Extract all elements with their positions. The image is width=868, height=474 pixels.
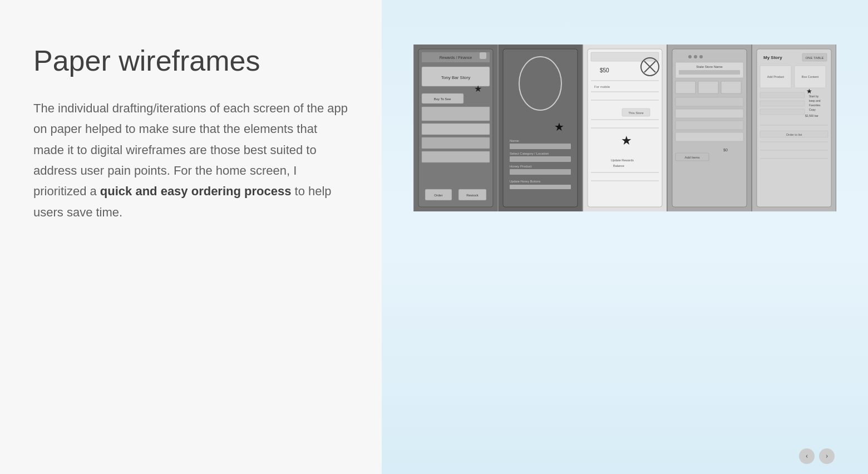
wireframe-image-5: My Story ONE TABLE Add Product Box Conte… [752,45,836,211]
svg-text:For mobile: For mobile [594,85,610,88]
svg-text:keep and: keep and [809,99,821,102]
svg-point-54 [699,55,703,58]
svg-text:★: ★ [474,84,482,93]
svg-rect-60 [721,81,741,93]
svg-rect-59 [698,81,718,93]
svg-rect-57 [679,70,740,75]
svg-rect-27 [510,169,571,175]
svg-text:Update Honey Buttons: Update Honey Buttons [510,180,541,183]
body-text-bold: quick and easy ordering process [100,184,292,198]
svg-rect-63 [675,121,743,130]
svg-text:$50: $50 [600,67,609,73]
right-panel: Rewards / Finance Tony Bar Story ★ Buy T… [382,0,868,474]
wireframes-container: Rewards / Finance Tony Bar Story ★ Buy T… [413,45,836,211]
svg-text:Add Product: Add Product [767,75,785,78]
svg-text:Rewards / Finance: Rewards / Finance [440,56,472,60]
svg-text:Balance: Balance [613,164,624,167]
svg-point-52 [688,55,692,58]
prev-button[interactable]: ‹ [799,448,815,464]
svg-rect-19 [503,49,578,207]
svg-text:Name:: Name: [510,139,520,142]
page-container: Paper wireframes The individual drafting… [0,0,868,474]
svg-text:Add Items: Add Items [685,156,700,159]
svg-point-53 [694,55,697,58]
svg-rect-10 [422,107,490,121]
svg-text:Select Category / Location: Select Category / Location [510,152,549,155]
svg-text:Restock: Restock [466,194,479,197]
next-button[interactable]: › [819,448,835,464]
svg-text:Stale Store Name: Stale Store Name [697,65,723,68]
svg-rect-32 [591,52,659,61]
svg-text:Buy To See: Buy To See [434,97,451,101]
svg-text:Box Content: Box Content [802,75,819,78]
svg-rect-78 [760,101,805,106]
svg-rect-4 [480,52,486,59]
svg-text:Honey Product: Honey Product [510,165,532,168]
svg-rect-29 [510,185,571,189]
svg-text:Tony Bar Story: Tony Bar Story [441,75,470,80]
svg-rect-11 [422,124,490,135]
left-panel: Paper wireframes The individual drafting… [0,0,382,474]
svg-text:★: ★ [554,121,564,133]
svg-text:Copy: Copy [809,108,816,111]
svg-text:★: ★ [806,87,812,95]
wireframe-image-3: $50 For mobile This Store ★ Update Rewar… [583,45,667,211]
svg-text:$2,500 bar: $2,500 bar [805,114,818,117]
navigation-dots: ‹ › [799,448,835,464]
svg-rect-25 [510,156,571,162]
svg-text:My Story: My Story [763,55,782,60]
svg-rect-77 [760,92,805,98]
svg-rect-23 [510,144,571,149]
svg-text:Favorites: Favorites [809,103,821,107]
svg-rect-13 [422,151,490,162]
svg-text:$0: $0 [723,148,728,152]
svg-rect-12 [422,137,490,149]
svg-rect-61 [675,97,743,106]
svg-text:Update Rewards: Update Rewards [611,159,634,162]
page-title: Paper wireframes [33,45,348,78]
wireframe-image-4: Stale Store Name $0 Add Items [667,45,752,211]
wireframe-image-2: ★ Name: Select Category / Location Honey… [498,45,583,211]
svg-rect-79 [760,109,805,115]
svg-rect-62 [675,109,743,118]
svg-text:★: ★ [621,134,632,147]
svg-rect-64 [675,132,743,141]
svg-text:Order: Order [435,194,443,197]
svg-text:This Store: This Store [629,111,644,115]
wireframe-image-1: Rewards / Finance Tony Bar Story ★ Buy T… [413,45,498,211]
svg-text:Order to list: Order to list [786,133,802,136]
svg-rect-58 [675,81,696,93]
body-text: The individual drafting/iterations of ea… [33,98,348,223]
svg-text:ONE TABLE: ONE TABLE [806,56,824,60]
